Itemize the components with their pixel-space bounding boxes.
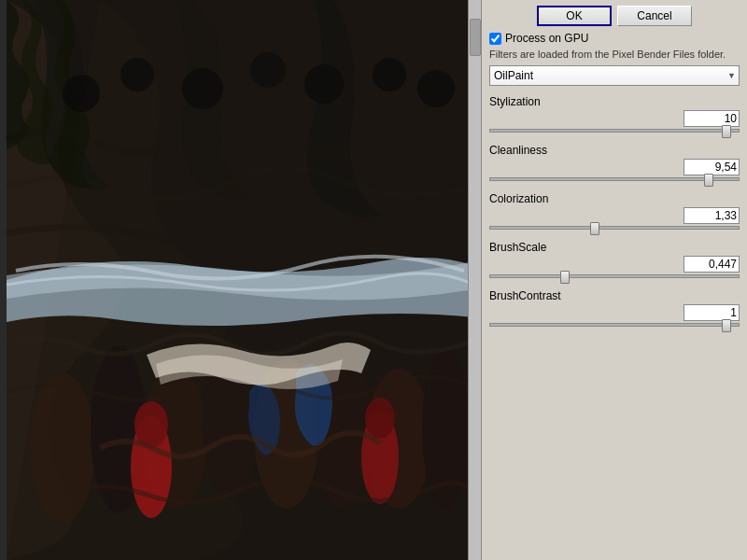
brushcontrast-value[interactable] — [684, 304, 740, 321]
svg-point-19 — [417, 70, 455, 107]
brushcontrast-label: BrushContrast — [489, 289, 740, 302]
filter-dropdown-row: OilPaint Blur Sharpen — [489, 65, 740, 86]
brushcontrast-slider-thumb[interactable] — [722, 319, 731, 332]
stylization-value-row — [489, 110, 740, 127]
image-scrollbar[interactable] — [468, 0, 481, 560]
svg-point-18 — [373, 58, 406, 91]
colorization-slider-thumb[interactable] — [590, 222, 599, 235]
info-text: Filters are loaded from the Pixel Bender… — [489, 49, 740, 60]
stylization-value[interactable] — [684, 110, 740, 127]
cancel-button[interactable]: Cancel — [617, 6, 692, 26]
brushscale-group: BrushScale — [489, 241, 740, 282]
stylization-label: Stylization — [489, 95, 740, 108]
brushscale-value[interactable] — [684, 256, 740, 273]
stylization-slider-track[interactable] — [489, 129, 740, 133]
brushcontrast-group: BrushContrast — [489, 289, 740, 330]
ok-button[interactable]: OK — [537, 6, 612, 26]
stylization-slider-thumb[interactable] — [722, 125, 731, 138]
svg-point-16 — [250, 52, 286, 88]
svg-point-17 — [304, 64, 344, 104]
colorization-value-row — [489, 207, 740, 224]
gpu-checkbox[interactable] — [489, 33, 501, 45]
svg-point-12 — [365, 398, 395, 439]
brushcontrast-slider-track[interactable] — [489, 323, 740, 327]
filter-select[interactable]: OilPaint Blur Sharpen — [489, 65, 740, 86]
brushscale-slider-thumb[interactable] — [560, 271, 570, 284]
colorization-slider-track[interactable] — [489, 226, 740, 230]
cleanliness-value-row — [489, 159, 740, 175]
colorization-value[interactable] — [684, 207, 740, 224]
colorization-label: Colorization — [489, 192, 740, 205]
gpu-checkbox-label[interactable]: Process on GPU — [505, 32, 588, 45]
cleanliness-label: Cleanliness — [489, 144, 740, 157]
button-row: OK Cancel — [489, 6, 740, 26]
cleanliness-slider-thumb[interactable] — [704, 174, 713, 187]
control-panel: OK Cancel Process on GPU Filters are loa… — [481, 0, 747, 560]
svg-point-14 — [120, 58, 154, 91]
brushcontrast-value-row — [489, 304, 740, 321]
brushscale-label: BrushScale — [489, 241, 740, 254]
brushscale-slider-track[interactable] — [489, 274, 740, 278]
colorization-group: Colorization — [489, 192, 740, 233]
brushscale-value-row — [489, 256, 740, 273]
svg-point-15 — [182, 68, 223, 109]
scrollbar-thumb[interactable] — [470, 19, 481, 56]
stylization-group: Stylization — [489, 95, 740, 136]
gpu-checkbox-row: Process on GPU — [489, 32, 740, 45]
image-preview — [0, 0, 481, 560]
cleanliness-slider-track[interactable] — [489, 177, 740, 181]
svg-point-13 — [63, 75, 100, 112]
svg-point-1 — [30, 373, 95, 523]
cleanliness-group: Cleanliness — [489, 144, 740, 185]
filter-select-wrapper[interactable]: OilPaint Blur Sharpen — [489, 65, 740, 86]
